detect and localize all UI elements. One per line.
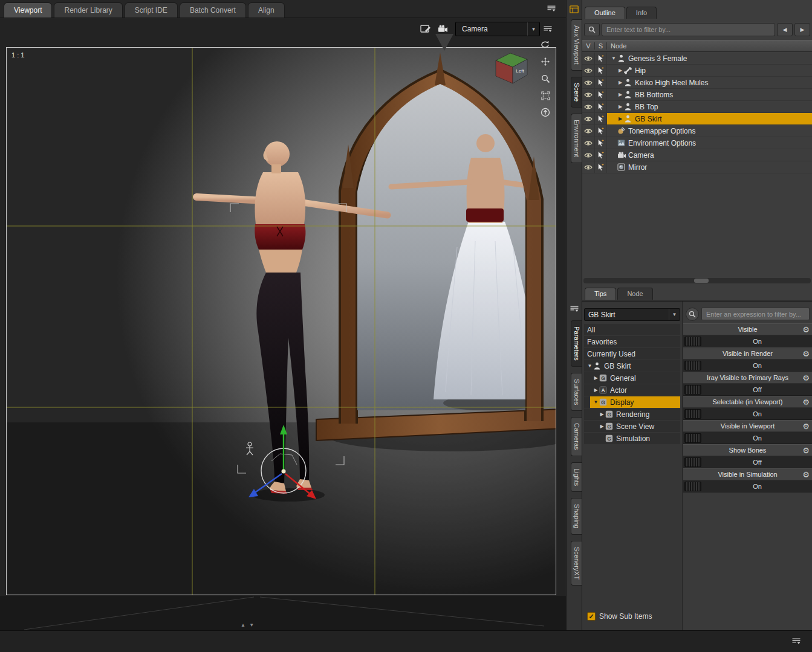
side-tab-surfaces[interactable]: Surfaces: [571, 373, 582, 411]
visibility-eye-icon[interactable]: [582, 137, 595, 149]
toggle-visible-in-viewport[interactable]: On: [683, 432, 812, 444]
pane-tab-node[interactable]: Node: [617, 288, 652, 300]
expander-icon[interactable]: ▶: [593, 375, 599, 381]
filter-prev-button[interactable]: ◀: [777, 23, 793, 36]
expander-icon[interactable]: ▶: [617, 68, 624, 73]
node-cell[interactable]: ▶ Hip: [607, 65, 812, 76]
filter-search-icon[interactable]: [584, 23, 600, 36]
params-pane-options-icon[interactable]: [570, 305, 579, 315]
visibility-eye-icon[interactable]: [582, 113, 595, 124]
slider-handle[interactable]: [684, 385, 701, 395]
visibility-eye-icon[interactable]: [582, 101, 595, 112]
outline-row-bb-bottoms[interactable]: ▶ BB Bottoms: [582, 89, 812, 101]
gear-icon[interactable]: ⚙: [802, 445, 810, 457]
node-cell[interactable]: Mirror: [607, 161, 812, 173]
zoom-magnifier-icon[interactable]: [538, 71, 553, 86]
param-node-gb-skirt[interactable]: ▼ GB Skirt: [584, 360, 680, 372]
splitter-handle[interactable]: ▲ ▼: [241, 622, 255, 628]
gear-icon[interactable]: ⚙: [802, 348, 810, 360]
selectability-cursor-icon[interactable]: [595, 77, 607, 88]
selectability-cursor-icon[interactable]: [595, 89, 607, 100]
node-cell[interactable]: ▶ BB Bottoms: [607, 89, 812, 100]
show-sub-items-checkbox[interactable]: ✓ Show Sub Items: [587, 612, 652, 621]
outline-row-camera[interactable]: Camera: [582, 149, 812, 161]
scope-dropdown[interactable]: GB Skirt ▼: [584, 308, 680, 321]
outline-hscrollbar[interactable]: [583, 278, 811, 283]
outline-row-genesis-3-female[interactable]: ▼ Genesis 3 Female: [582, 53, 812, 65]
visibility-eye-icon[interactable]: [582, 161, 595, 173]
expander-icon[interactable]: ▶: [599, 424, 605, 429]
expander-icon[interactable]: ▶: [617, 92, 624, 97]
chevron-down-icon[interactable]: ▼: [669, 309, 680, 320]
bottom-pane-options-icon[interactable]: [791, 637, 801, 648]
node-cell[interactable]: ▼ Genesis 3 Female: [607, 53, 812, 64]
pane-tab-info[interactable]: Info: [626, 7, 657, 19]
tab-batch-convert[interactable]: Batch Convert: [180, 2, 246, 18]
selectability-cursor-icon[interactable]: [595, 53, 607, 64]
camera-icon[interactable]: [435, 22, 450, 35]
tab-viewport[interactable]: Viewport: [4, 2, 52, 18]
render-frame-icon[interactable]: [418, 22, 433, 36]
toggle-visible[interactable]: On: [683, 335, 812, 347]
outline-row-hip[interactable]: ▶ Hip: [582, 65, 812, 77]
outline-row-gb-skirt[interactable]: ▶ GB Skirt: [582, 113, 812, 125]
outline-row-keiko-high-heel-mules[interactable]: ▶ Keiko High Heel Mules: [582, 77, 812, 89]
gear-icon[interactable]: ⚙: [802, 324, 810, 336]
slider-handle[interactable]: [684, 482, 701, 491]
camera-selector[interactable]: Camera ▼: [455, 22, 540, 36]
selectability-cursor-icon[interactable]: [595, 137, 607, 149]
render-canvas[interactable]: 1 : 1: [6, 47, 556, 595]
scrollbar-thumb[interactable]: [694, 279, 709, 283]
pane-options-icon[interactable]: [547, 4, 556, 15]
gear-icon[interactable]: ⚙: [802, 421, 810, 433]
node-cell[interactable]: ▶ BB Top: [607, 101, 812, 112]
slider-handle[interactable]: [684, 433, 701, 443]
side-tab-environment[interactable]: Environment: [571, 114, 582, 163]
checkbox-checked-icon[interactable]: ✓: [587, 612, 596, 621]
selectability-cursor-icon[interactable]: [595, 149, 607, 161]
expander-icon[interactable]: ▼: [593, 399, 599, 405]
visibility-eye-icon[interactable]: [582, 77, 595, 88]
expander-icon[interactable]: ▶: [617, 116, 624, 121]
node-cell[interactable]: Environment Options: [607, 137, 812, 149]
toggle-visible-in-simulation[interactable]: On: [683, 480, 812, 492]
slider-handle[interactable]: [684, 361, 701, 370]
slider-handle[interactable]: [684, 457, 701, 467]
visibility-eye-icon[interactable]: [582, 53, 595, 64]
toggle-show-bones[interactable]: Off: [683, 456, 812, 468]
outline-row-environment-options[interactable]: Environment Options: [582, 137, 812, 149]
render-scene[interactable]: [7, 48, 556, 595]
outline-filter-input[interactable]: [602, 23, 775, 36]
slider-handle[interactable]: [684, 409, 701, 419]
viewport-options-icon[interactable]: [541, 22, 555, 36]
toggle-selectable-in-viewport[interactable]: On: [683, 408, 812, 420]
pane-tab-tips[interactable]: Tips: [585, 288, 616, 300]
expander-icon[interactable]: ▶: [617, 80, 624, 85]
slider-handle[interactable]: [684, 337, 701, 346]
expression-search-icon[interactable]: [686, 308, 699, 321]
orbit-rotate-icon[interactable]: [538, 37, 553, 52]
visibility-eye-icon[interactable]: [582, 125, 595, 137]
node-cell[interactable]: ▶ GB Skirt: [607, 113, 812, 124]
param-node-display[interactable]: ▼ G Display: [584, 396, 680, 408]
node-cell[interactable]: Camera: [607, 149, 812, 161]
param-node-actor[interactable]: ▶ A Actor: [584, 384, 680, 396]
outline-row-mirror[interactable]: Mirror: [582, 161, 812, 173]
node-cell[interactable]: Tonemapper Options: [607, 125, 812, 137]
side-tab-scene[interactable]: Scene: [571, 77, 582, 108]
visibility-eye-icon[interactable]: [582, 89, 595, 100]
side-tab-sceneryxt[interactable]: SceneryXT: [571, 541, 582, 586]
param-node-scene-view[interactable]: ▶ G Scene View: [584, 421, 680, 432]
pane-tab-outline[interactable]: Outline: [585, 7, 625, 19]
tab-align[interactable]: Align: [248, 2, 285, 18]
node-cell[interactable]: ▶ Keiko High Heel Mules: [607, 77, 812, 88]
expander-icon[interactable]: ▶: [593, 387, 599, 393]
reset-camera-icon[interactable]: [538, 105, 553, 120]
selectability-cursor-icon[interactable]: [595, 113, 607, 124]
tab-script-ide[interactable]: Script IDE: [125, 2, 178, 18]
pan-move-icon[interactable]: [538, 54, 553, 69]
side-tab-lights[interactable]: Lights: [571, 462, 582, 492]
expander-icon[interactable]: ▶: [617, 104, 624, 109]
side-tab-cameras[interactable]: Cameras: [571, 417, 582, 456]
frame-zoom-icon[interactable]: [538, 88, 553, 103]
